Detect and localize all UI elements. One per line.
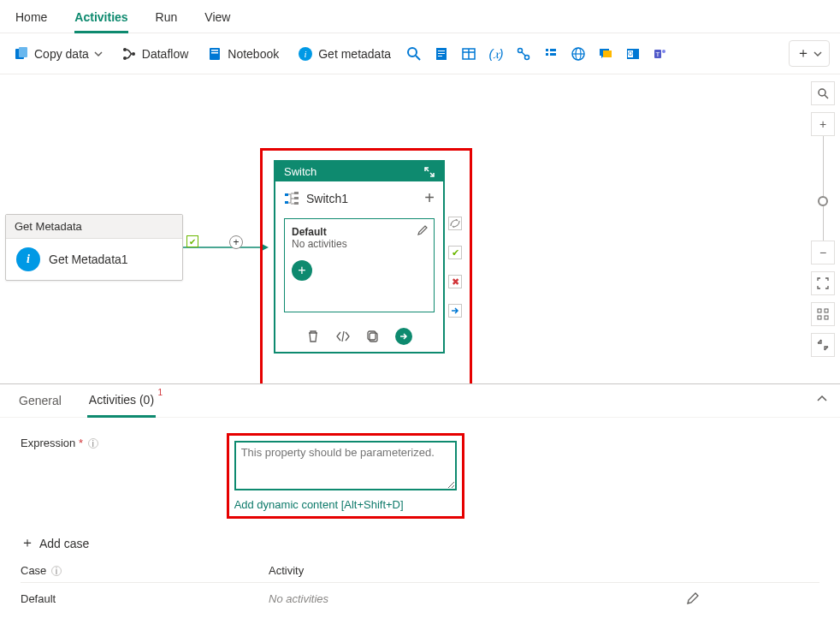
- delete-icon[interactable]: [306, 328, 320, 345]
- tab-home[interactable]: Home: [15, 7, 47, 33]
- failure-condition-icon[interactable]: ✖: [448, 275, 462, 288]
- default-case-box[interactable]: Default No activities +: [284, 218, 435, 312]
- collapse-icon[interactable]: [811, 333, 835, 357]
- list-icon[interactable]: [543, 46, 559, 62]
- zoom-track[interactable]: [823, 136, 824, 196]
- svg-rect-1: [19, 47, 27, 57]
- tab-activities-settings[interactable]: Activities (0) 1: [87, 384, 156, 418]
- fit-screen-icon[interactable]: [811, 271, 835, 295]
- canvas-tools: + −: [811, 81, 835, 357]
- chevron-down-icon: [813, 50, 822, 58]
- chat-icon[interactable]: [598, 46, 613, 62]
- tab-activities[interactable]: Activities: [74, 7, 127, 33]
- canvas-search-icon[interactable]: [811, 81, 835, 105]
- tab-run[interactable]: Run: [156, 7, 178, 33]
- expression-input[interactable]: [234, 441, 457, 490]
- plus-icon: ＋: [21, 534, 34, 552]
- add-case-button[interactable]: ＋ Add case: [21, 534, 819, 552]
- teams-icon[interactable]: T: [653, 46, 668, 62]
- code-icon[interactable]: [335, 328, 351, 345]
- canvas-surface[interactable]: Get Metadata i Get Metadata1 ✔ + Switch: [0, 74, 840, 383]
- dataflow-button[interactable]: Dataflow: [118, 45, 192, 63]
- add-dynamic-content-link[interactable]: Add dynamic content [Alt+Shift+D]: [234, 498, 457, 511]
- svg-rect-40: [294, 197, 299, 199]
- svg-point-3: [123, 56, 127, 60]
- add-activity-to-default[interactable]: +: [292, 260, 312, 281]
- notebook-button[interactable]: Notebook: [204, 45, 282, 63]
- edit-case-icon[interactable]: [686, 591, 700, 605]
- svg-point-34: [662, 50, 665, 53]
- svg-point-19: [518, 48, 523, 52]
- svg-line-11: [416, 56, 420, 60]
- info-tooltip-icon[interactable]: i: [51, 566, 62, 576]
- svg-rect-6: [211, 50, 218, 51]
- svg-rect-46: [818, 309, 821, 312]
- script-icon[interactable]: [434, 46, 449, 62]
- svg-line-45: [825, 95, 828, 98]
- svg-rect-48: [818, 316, 821, 319]
- properties-panel: General Activities (0) 1 Expression * i …: [0, 383, 840, 618]
- svg-rect-21: [546, 49, 548, 51]
- dependency-conditions: ✔ ✖: [448, 217, 462, 318]
- add-case-label: Add case: [39, 537, 89, 550]
- pipeline-canvas: Get Metadata i Get Metadata1 ✔ + Switch: [0, 74, 840, 383]
- success-condition-icon[interactable]: ✔: [186, 235, 198, 247]
- svg-point-10: [408, 48, 417, 56]
- run-icon[interactable]: [395, 328, 412, 345]
- panel-tabs: General Activities (0) 1: [0, 384, 840, 418]
- table-icon[interactable]: [461, 46, 476, 62]
- svg-rect-24: [550, 53, 556, 56]
- svg-rect-13: [438, 51, 445, 51]
- outlook-icon[interactable]: O: [625, 46, 641, 62]
- info-tooltip-icon[interactable]: i: [88, 438, 98, 449]
- default-sub: No activities: [292, 238, 427, 250]
- copy-data-button[interactable]: Copy data: [10, 45, 106, 63]
- pipeline-icon[interactable]: [516, 46, 531, 62]
- add-activity-dropdown[interactable]: ＋: [789, 40, 830, 67]
- copy-data-label: Copy data: [34, 47, 89, 61]
- top-tabs: Home Activities Run View: [0, 0, 840, 33]
- case-row-default[interactable]: Default No activities: [21, 583, 819, 614]
- svg-point-4: [132, 52, 135, 56]
- svg-rect-22: [546, 53, 548, 56]
- info-icon: i: [298, 46, 313, 62]
- info-icon: i: [16, 247, 40, 271]
- svg-rect-38: [285, 201, 288, 204]
- copy-icon[interactable]: [366, 328, 380, 345]
- collapse-panel-icon[interactable]: [816, 393, 828, 405]
- tab-view[interactable]: View: [204, 7, 230, 33]
- add-connection-icon[interactable]: +: [229, 235, 243, 249]
- variable-icon[interactable]: (𝑥): [488, 46, 504, 62]
- svg-point-44: [819, 89, 825, 96]
- edit-default-icon[interactable]: [417, 224, 429, 236]
- expand-icon[interactable]: [424, 167, 435, 177]
- zoom-handle[interactable]: [818, 196, 828, 206]
- zoom-out-button[interactable]: −: [811, 241, 835, 264]
- search-icon[interactable]: [406, 46, 422, 62]
- svg-point-2: [123, 48, 127, 51]
- toolbar: Copy data Dataflow Notebook i Get metada…: [0, 33, 840, 74]
- svg-rect-49: [825, 316, 828, 319]
- globe-icon[interactable]: [571, 46, 586, 62]
- completion-condition-icon[interactable]: [448, 304, 462, 318]
- switch-footer: [275, 321, 443, 352]
- get-metadata-activity[interactable]: Get Metadata i Get Metadata1: [5, 214, 183, 281]
- zoom-in-button[interactable]: +: [811, 112, 835, 136]
- connector[interactable]: ✔ +: [183, 242, 269, 253]
- svg-rect-14: [438, 53, 445, 54]
- switch-activity[interactable]: Switch Switch1 + Default No activities: [274, 160, 445, 354]
- node-header: Get Metadata: [6, 215, 182, 239]
- get-metadata-label: Get metadata: [318, 47, 391, 61]
- activity-name: Get Metadata1: [49, 253, 128, 266]
- svg-rect-15: [438, 56, 442, 56]
- copy-data-icon: [14, 46, 29, 62]
- tab-general[interactable]: General: [17, 385, 63, 416]
- zoom-track-lower[interactable]: [823, 206, 824, 241]
- case-name: Default: [21, 592, 269, 605]
- autolayout-icon[interactable]: [811, 302, 835, 326]
- add-case-plus-icon[interactable]: +: [424, 188, 435, 208]
- success-condition-icon[interactable]: ✔: [448, 246, 462, 259]
- svg-rect-41: [294, 202, 299, 205]
- skip-condition-icon[interactable]: [448, 217, 462, 230]
- get-metadata-button[interactable]: i Get metadata: [294, 45, 394, 63]
